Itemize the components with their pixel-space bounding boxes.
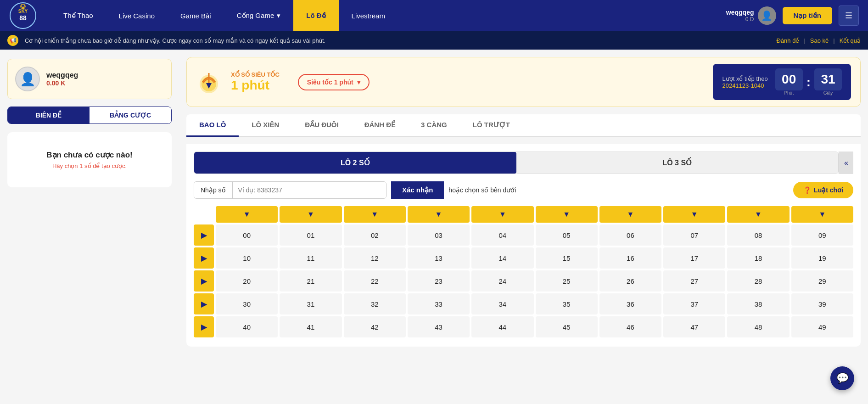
number-cell-28[interactable]: 28 xyxy=(727,270,789,292)
number-cell-35[interactable]: 35 xyxy=(536,293,598,314)
number-cell-38[interactable]: 38 xyxy=(727,293,789,314)
lo-tab-2-so[interactable]: LÔ 2 SỐ xyxy=(194,152,516,174)
number-cell-26[interactable]: 26 xyxy=(599,270,661,292)
number-cell-04[interactable]: 04 xyxy=(471,224,533,246)
number-cell-15[interactable]: 15 xyxy=(536,247,598,269)
number-cell-49[interactable]: 49 xyxy=(791,316,853,337)
number-cell-00[interactable]: 00 xyxy=(216,224,278,246)
collapse-panel-button[interactable]: « xyxy=(839,152,853,174)
number-cell-20[interactable]: 20 xyxy=(216,270,278,292)
number-cell-07[interactable]: 07 xyxy=(663,224,725,246)
number-cell-27[interactable]: 27 xyxy=(663,270,725,292)
lo-tab-container: LÔ 2 SỐ LÔ 3 SỐ « xyxy=(194,152,853,174)
number-cell-40[interactable]: 40 xyxy=(216,316,278,337)
number-cell-10[interactable]: 10 xyxy=(216,247,278,269)
number-cell-29[interactable]: 29 xyxy=(791,270,853,292)
number-cell-45[interactable]: 45 xyxy=(536,316,598,337)
number-cell-41[interactable]: 41 xyxy=(280,316,342,337)
next-draw-label: Lượt xổ tiếp theo xyxy=(722,75,767,82)
number-cell-21[interactable]: 21 xyxy=(280,270,342,292)
row-header-1[interactable]: ▶ xyxy=(194,247,214,269)
number-cell-23[interactable]: 23 xyxy=(408,270,470,292)
col-header-4[interactable]: ▼ xyxy=(471,206,533,223)
nav-livestream[interactable]: Livestream xyxy=(339,0,398,31)
nav-lo-de[interactable]: Lô Đề xyxy=(293,0,338,31)
number-cell-34[interactable]: 34 xyxy=(471,293,533,314)
number-cell-25[interactable]: 25 xyxy=(536,270,598,292)
row-header-0[interactable]: ▶ xyxy=(194,224,214,246)
number-input-field[interactable] xyxy=(233,182,386,198)
game-area: LÔ 2 SỐ LÔ 3 SỐ « Nhập số Xác nhận hoặc … xyxy=(186,144,861,347)
col-header-5[interactable]: ▼ xyxy=(536,206,598,223)
nav-game-bai[interactable]: Game Bài xyxy=(168,0,224,31)
chat-button[interactable]: 💬 xyxy=(830,366,854,390)
number-cell-09[interactable]: 09 xyxy=(791,224,853,246)
tab-danh-de[interactable]: ĐÁNH ĐỀ xyxy=(352,114,408,137)
tab-lo-xien[interactable]: LÔ XIÊN xyxy=(239,114,292,137)
number-cell-22[interactable]: 22 xyxy=(344,270,406,292)
number-cell-01[interactable]: 01 xyxy=(280,224,342,246)
tab-3-cang[interactable]: 3 CÀNG xyxy=(408,114,460,137)
or-text: hoặc chọn số bên dưới xyxy=(448,186,516,194)
number-cell-33[interactable]: 33 xyxy=(408,293,470,314)
number-cell-46[interactable]: 46 xyxy=(599,316,661,337)
tab-dau-duoi[interactable]: ĐẦU ĐUÔI xyxy=(292,114,351,137)
number-cell-06[interactable]: 06 xyxy=(599,224,661,246)
sao-ke-link[interactable]: Sao kê xyxy=(810,37,829,44)
row-header-2[interactable]: ▶ xyxy=(194,270,214,292)
col-header-7[interactable]: ▼ xyxy=(663,206,725,223)
sidebar-tab-bien-de[interactable]: BIÊN ĐỀ xyxy=(8,107,90,123)
number-cell-42[interactable]: 42 xyxy=(344,316,406,337)
nap-tien-button[interactable]: Nạp tiền xyxy=(783,7,833,24)
number-cell-48[interactable]: 48 xyxy=(727,316,789,337)
header: SKY 88 Thể Thao Live Casino Game Bài Cổn… xyxy=(0,0,868,31)
lo-tab-3-so[interactable]: LÔ 3 SỐ xyxy=(516,152,839,174)
number-cell-18[interactable]: 18 xyxy=(727,247,789,269)
number-cell-43[interactable]: 43 xyxy=(408,316,470,337)
number-cell-39[interactable]: 39 xyxy=(791,293,853,314)
number-cell-24[interactable]: 24 xyxy=(471,270,533,292)
col-header-6[interactable]: ▼ xyxy=(599,206,661,223)
number-cell-05[interactable]: 05 xyxy=(536,224,598,246)
number-cell-16[interactable]: 16 xyxy=(599,247,661,269)
lottery-icon xyxy=(196,69,222,95)
number-cell-32[interactable]: 32 xyxy=(344,293,406,314)
luat-choi-button[interactable]: ❓ Luật chơi xyxy=(793,182,853,198)
ket-qua-link[interactable]: Kết quả xyxy=(840,37,861,44)
number-cell-37[interactable]: 37 xyxy=(663,293,725,314)
sidebar-tab-bang-cuoc[interactable]: BẢNG CƯỢC xyxy=(90,107,171,123)
logo-area[interactable]: SKY 88 xyxy=(9,2,37,29)
number-cell-31[interactable]: 31 xyxy=(280,293,342,314)
speed-selector-button[interactable]: Siêu tốc 1 phút ▾ xyxy=(298,74,370,90)
col-header-1[interactable]: ▼ xyxy=(280,206,342,223)
nav-the-thao[interactable]: Thể Thao xyxy=(50,0,106,31)
number-cell-47[interactable]: 47 xyxy=(663,316,725,337)
username-display: weqgqeg xyxy=(726,9,754,16)
number-cell-08[interactable]: 08 xyxy=(727,224,789,246)
number-cell-36[interactable]: 36 xyxy=(599,293,661,314)
row-header-3[interactable]: ▶ xyxy=(194,293,214,314)
col-header-3[interactable]: ▼ xyxy=(408,206,470,223)
number-cell-13[interactable]: 13 xyxy=(408,247,470,269)
col-header-8[interactable]: ▼ xyxy=(727,206,789,223)
number-cell-02[interactable]: 02 xyxy=(344,224,406,246)
row-header-4[interactable]: ▶ xyxy=(194,316,214,337)
number-cell-30[interactable]: 30 xyxy=(216,293,278,314)
col-header-9[interactable]: ▼ xyxy=(791,206,853,223)
number-cell-19[interactable]: 19 xyxy=(791,247,853,269)
tab-bao-lo[interactable]: BAO LÔ xyxy=(186,114,239,137)
number-cell-44[interactable]: 44 xyxy=(471,316,533,337)
number-cell-17[interactable]: 17 xyxy=(663,247,725,269)
col-header-2[interactable]: ▼ xyxy=(344,206,406,223)
danh-de-link[interactable]: Đánh đề xyxy=(776,37,799,44)
number-cell-11[interactable]: 11 xyxy=(280,247,342,269)
nav-cong-game[interactable]: Cổng Game ▾ xyxy=(224,0,294,31)
nav-live-casino[interactable]: Live Casino xyxy=(106,0,168,31)
confirm-button[interactable]: Xác nhận xyxy=(391,181,444,199)
col-header-0[interactable]: ▼ xyxy=(216,206,278,223)
number-cell-12[interactable]: 12 xyxy=(344,247,406,269)
number-cell-03[interactable]: 03 xyxy=(408,224,470,246)
number-cell-14[interactable]: 14 xyxy=(471,247,533,269)
tab-lo-truot[interactable]: LÔ TRƯỢT xyxy=(460,114,523,137)
menu-icon-button[interactable]: ☰ xyxy=(839,6,859,26)
